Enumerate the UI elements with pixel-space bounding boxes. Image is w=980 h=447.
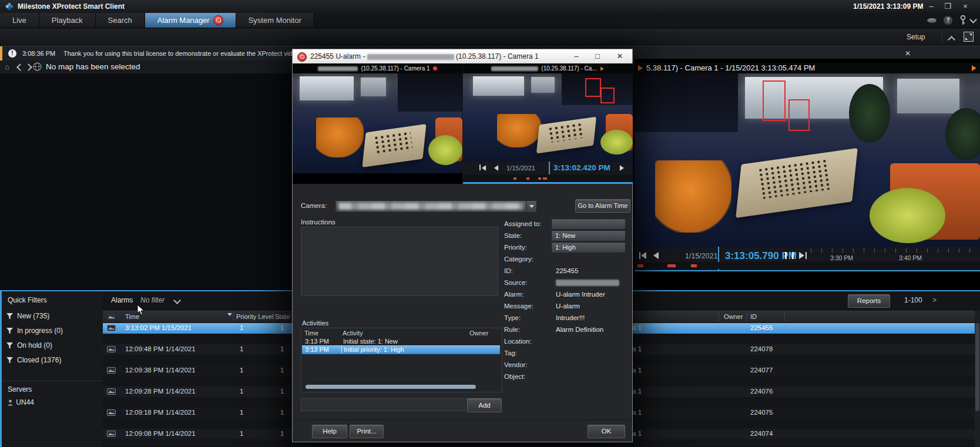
snapshot-icon: [107, 431, 116, 437]
print-button[interactable]: Print...: [350, 425, 384, 438]
goto-alarm-time-button[interactable]: Go to Alarm Time: [575, 199, 630, 213]
detection-box: [788, 99, 810, 131]
setup-button[interactable]: Setup: [907, 33, 925, 41]
cell-time: 12:09:48 PM 1/14/2021: [125, 345, 196, 352]
redacted-text: [367, 54, 454, 60]
globe-icon: [33, 62, 42, 71]
field-value: U-alarm Intruder: [556, 291, 605, 298]
funnel-icon: [6, 313, 13, 320]
comment-input[interactable]: [301, 398, 469, 411]
step-forward-icon[interactable]: [620, 165, 624, 171]
snapshot-icon: [107, 346, 116, 352]
back-icon[interactable]: [16, 63, 24, 71]
help-button[interactable]: Help: [312, 425, 347, 438]
dialog-titlebar[interactable]: 225455 U-alarm - (10.25.38.117) - Camera…: [293, 49, 632, 63]
cell-priority: 1: [240, 430, 243, 437]
alarms-label: Alarms: [111, 296, 133, 304]
fullscreen-icon[interactable]: [964, 32, 974, 42]
workspace-tab[interactable]: Live: [0, 13, 39, 28]
quick-filter-item[interactable]: On hold (0): [2, 338, 103, 353]
field-value: Alarm Definition: [556, 326, 603, 333]
field-label: Vendor:: [504, 361, 528, 368]
activity-row[interactable]: 3:13 PM Initial priority: 1: High: [302, 345, 500, 354]
dialog-minimize-icon[interactable]: –: [570, 51, 583, 62]
detail-field: Message: U-alarm U-alarm: [504, 301, 625, 312]
quick-filter-item[interactable]: New (735): [2, 309, 103, 324]
step-back-icon[interactable]: [653, 252, 659, 259]
playback-track[interactable]: [463, 174, 633, 184]
camera-header: (10.25.38.117) - Camera 1: [293, 63, 462, 73]
milestone-logo-icon: [5, 2, 14, 11]
field-label: Type:: [504, 314, 521, 321]
forward-icon[interactable]: [25, 63, 32, 71]
playback-time: 3:13:02.420 PM: [553, 163, 610, 172]
field-select[interactable]: 1: New: [551, 230, 626, 241]
cell-id: 224078: [750, 345, 773, 352]
key-icon[interactable]: [959, 15, 966, 25]
field-label: Message:: [504, 303, 533, 310]
dialog-close-icon[interactable]: ✕: [613, 51, 626, 62]
pause-icon[interactable]: [785, 252, 794, 259]
workspace-tab[interactable]: Search: [96, 13, 145, 28]
server-item[interactable]: UN44: [6, 398, 34, 406]
table-scrollbar[interactable]: [975, 311, 980, 447]
quick-filters-title: Quick Filters: [8, 296, 47, 304]
cell-priority: 1: [240, 324, 243, 331]
help-icon[interactable]: ?: [944, 16, 952, 25]
field-label: Source:: [504, 279, 528, 286]
next-page-button[interactable]: >: [932, 296, 937, 304]
minimize-icon[interactable]: –: [924, 0, 939, 12]
cell-id: 224076: [750, 388, 773, 395]
alarm-icon: [297, 52, 307, 62]
camera-select[interactable]: [335, 200, 537, 213]
camera-header: (10.25.38.117) - Ca...: [463, 63, 633, 73]
dropdown-arrow-icon: [526, 201, 536, 212]
dialog-maximize-icon[interactable]: □: [591, 51, 604, 62]
detection-box: [585, 78, 601, 98]
detail-field: Location:: [504, 336, 625, 348]
funnel-icon: [6, 342, 13, 349]
live-camera-image[interactable]: [635, 73, 980, 247]
quick-filter-item[interactable]: In progress (0): [2, 324, 103, 338]
activities-scrollbar[interactable]: [306, 385, 476, 389]
camera-image[interactable]: [463, 73, 633, 162]
timeline-tick-label: 3:40 PM: [899, 254, 922, 261]
filter-chevron-icon[interactable]: [173, 297, 181, 304]
workspace-tab[interactable]: System Monitor: [236, 13, 314, 28]
quick-filter-item[interactable]: Closed (1376): [2, 353, 103, 368]
reports-button[interactable]: Reports: [848, 294, 890, 308]
step-back-icon[interactable]: [494, 165, 498, 171]
field-select[interactable]: 1: High: [551, 242, 626, 253]
alarm-detail-dialog: 225455 U-alarm - (10.25.38.117) - Camera…: [292, 49, 633, 442]
timeline-track[interactable]: [635, 262, 980, 269]
field-select[interactable]: [551, 219, 626, 230]
cell-time: 3:13:02 PM 1/15/2021: [125, 324, 192, 331]
add-button[interactable]: Add: [467, 398, 502, 412]
cell-state: 1: [280, 409, 284, 416]
field-label: Alarm:: [504, 291, 523, 298]
home-icon[interactable]: ⌂: [5, 62, 9, 71]
workspace-tab[interactable]: Alarm Manager: [145, 13, 236, 28]
activities-table: Time Activity Owner 3:13 PM Initial stat…: [301, 328, 502, 392]
camera-image[interactable]: [293, 73, 462, 173]
activity-row[interactable]: 3:13 PM Initial state: 1: New: [302, 338, 500, 345]
notification-close-icon[interactable]: ✕: [902, 49, 913, 58]
titlebar: Milestone XProtect Smart Client 1/15/202…: [0, 0, 980, 14]
playback-timeline[interactable]: 1/15/2021 3:13:02.420 PM: [463, 162, 633, 174]
cell-state: 1: [280, 388, 284, 395]
cell-state: 1: [280, 430, 284, 437]
cell-priority: 1: [240, 409, 243, 416]
restore-icon[interactable]: ❒: [940, 0, 955, 12]
dialog-camera-playback: (10.25.38.117) - Ca...: [462, 63, 633, 184]
workspace-tab[interactable]: Playback: [39, 13, 96, 28]
collapse-icon[interactable]: [948, 36, 955, 43]
live-timeline[interactable]: 1/15/2021 3:13:05.790 PM 3:30 PM 3:40 PM: [635, 247, 980, 271]
filter-selector[interactable]: No filter: [140, 296, 165, 304]
close-icon[interactable]: ×: [958, 0, 973, 12]
smart-client-window: Milestone XProtect Smart Client 1/15/202…: [0, 0, 980, 447]
cell-time: 12:09:18 PM 1/14/2021: [125, 409, 196, 416]
field-label: State:: [504, 232, 522, 239]
step-forward-icon[interactable]: [799, 252, 804, 259]
ok-button[interactable]: OK: [588, 425, 625, 438]
instructions-label: Instructions: [301, 219, 335, 226]
